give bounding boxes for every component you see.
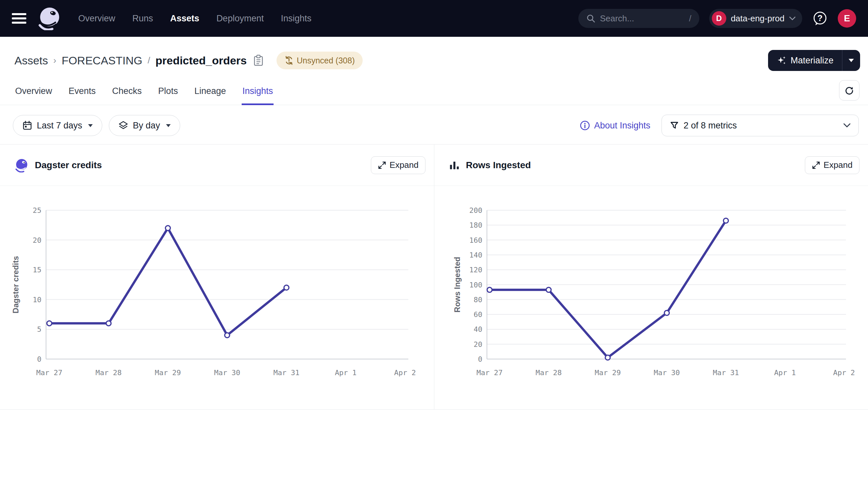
line-chart-rows-ingested[interactable]: 020406080100120140160180200Mar 27Mar 28M… (434, 186, 868, 409)
svg-text:80: 80 (474, 296, 483, 304)
svg-text:?: ? (817, 13, 822, 23)
expand-button[interactable]: Expand (805, 156, 859, 174)
expand-button[interactable]: Expand (371, 156, 425, 174)
chevron-down-icon (843, 123, 851, 128)
tab-overview[interactable]: Overview (14, 79, 53, 105)
caret-down-icon (88, 124, 93, 127)
nav-link-assets[interactable]: Assets (170, 13, 200, 24)
svg-text:Mar 27: Mar 27 (36, 369, 62, 377)
metrics-filter-select[interactable]: 2 of 8 metrics (662, 115, 859, 136)
svg-text:Rows Ingested: Rows Ingested (453, 257, 462, 312)
svg-text:Mar 28: Mar 28 (96, 369, 122, 377)
hamburger-menu-icon[interactable] (12, 13, 26, 24)
line-chart-dagster-credits[interactable]: 0510152025Mar 27Mar 28Mar 29Mar 30Mar 31… (0, 186, 434, 409)
nav-link-insights[interactable]: Insights (281, 13, 311, 24)
svg-text:Mar 27: Mar 27 (476, 369, 502, 377)
about-insights-label: About Insights (594, 120, 650, 131)
svg-text:Mar 29: Mar 29 (155, 369, 181, 377)
time-range-filter-button[interactable]: Last 7 days (13, 115, 102, 136)
svg-text:Mar 28: Mar 28 (536, 369, 562, 377)
svg-text:160: 160 (469, 236, 482, 245)
svg-text:5: 5 (37, 325, 41, 333)
dagster-metric-icon (14, 158, 29, 172)
breadcrumb-separator: / (148, 55, 150, 66)
asset-header: Assets › FORECASTING / predicted_orders (0, 37, 868, 71)
svg-text:Mar 31: Mar 31 (713, 369, 739, 377)
svg-text:Apr 1: Apr 1 (774, 369, 796, 377)
search-icon (586, 14, 596, 23)
org-avatar: D (712, 11, 726, 26)
chart-header: Dagster credits Expand (0, 145, 434, 186)
svg-text:40: 40 (474, 325, 483, 333)
info-icon (580, 120, 590, 131)
search-shortcut-hint: / (689, 13, 691, 24)
filter-funnel-icon (670, 121, 679, 130)
chart-panel-rows-ingested: Rows Ingested Expand 0204060801001201401… (434, 145, 868, 409)
materialize-split-button: Materialize (768, 50, 860, 71)
nav-link-overview[interactable]: Overview (78, 13, 115, 24)
refresh-button[interactable] (839, 80, 859, 101)
chart-panel-dagster-credits: Dagster credits Expand 0510152025Mar 27M… (0, 145, 434, 409)
sparkles-icon (777, 55, 787, 65)
breadcrumb-chevron: › (53, 55, 56, 66)
svg-text:Apr 2: Apr 2 (833, 369, 855, 377)
dagster-logo-icon[interactable] (38, 6, 61, 30)
time-range-label: Last 7 days (37, 120, 82, 131)
nav-right-cluster: / D data-eng-prod ? E (578, 9, 856, 28)
expand-icon (812, 161, 820, 170)
chevron-down-icon (789, 16, 796, 21)
chart-title: Dagster credits (35, 160, 102, 170)
tab-insights[interactable]: Insights (242, 79, 273, 105)
status-badge: Unsynced (308) (277, 52, 363, 69)
nav-link-runs[interactable]: Runs (132, 13, 153, 24)
top-nav-bar: Overview Runs Assets Deployment Insights… (0, 0, 868, 37)
filter-right-cluster: About Insights 2 of 8 metrics (580, 115, 859, 136)
primary-nav: Overview Runs Assets Deployment Insights (78, 13, 311, 24)
expand-label: Expand (824, 160, 853, 170)
svg-text:15: 15 (33, 266, 42, 274)
materialize-label: Materialize (790, 55, 833, 66)
tab-events[interactable]: Events (68, 79, 97, 105)
caret-down-icon (166, 124, 171, 127)
svg-text:Mar 31: Mar 31 (273, 369, 299, 377)
svg-text:200: 200 (469, 206, 482, 214)
search-input[interactable] (600, 13, 685, 24)
help-icon[interactable]: ? (812, 11, 828, 26)
svg-text:Dagster credits: Dagster credits (11, 256, 20, 313)
svg-text:Mar 29: Mar 29 (595, 369, 621, 377)
insights-filter-bar: Last 7 days By day About Insights (0, 115, 868, 136)
grouping-filter-button[interactable]: By day (109, 115, 180, 136)
copy-asset-name-icon[interactable] (254, 54, 263, 66)
nav-link-deployment[interactable]: Deployment (216, 13, 264, 24)
svg-text:10: 10 (33, 296, 42, 304)
materialize-button[interactable]: Materialize (768, 50, 842, 71)
svg-text:180: 180 (469, 221, 482, 229)
status-badge-label: Unsynced (308) (297, 56, 355, 65)
svg-text:100: 100 (469, 281, 482, 289)
insights-charts-section: Dagster credits Expand 0510152025Mar 27M… (0, 144, 868, 410)
user-avatar[interactable]: E (838, 9, 856, 28)
svg-text:0: 0 (37, 355, 41, 363)
svg-text:Mar 30: Mar 30 (214, 369, 240, 377)
svg-text:Mar 30: Mar 30 (654, 369, 680, 377)
svg-text:140: 140 (469, 251, 482, 259)
asset-tabs: Overview Events Checks Plots Lineage Ins… (0, 79, 868, 105)
breadcrumb-assets-link[interactable]: Assets (14, 54, 48, 67)
svg-text:120: 120 (469, 266, 482, 274)
tab-plots[interactable]: Plots (157, 79, 179, 105)
chart-header: Rows Ingested Expand (434, 145, 868, 186)
layers-icon (118, 120, 128, 130)
asset-name: predicted_orders (155, 54, 247, 67)
search-box[interactable]: / (578, 9, 699, 28)
unsynced-icon (284, 56, 294, 65)
org-switcher[interactable]: D data-eng-prod (709, 9, 802, 28)
tab-lineage[interactable]: Lineage (194, 79, 227, 105)
tab-checks[interactable]: Checks (112, 79, 142, 105)
materialize-dropdown-button[interactable] (842, 50, 860, 71)
breadcrumb-group-link[interactable]: FORECASTING (62, 54, 142, 67)
about-insights-link[interactable]: About Insights (580, 120, 650, 131)
svg-text:60: 60 (474, 311, 483, 319)
svg-text:Apr 1: Apr 1 (335, 369, 356, 377)
grouping-label: By day (133, 120, 160, 131)
svg-text:20: 20 (33, 236, 42, 245)
